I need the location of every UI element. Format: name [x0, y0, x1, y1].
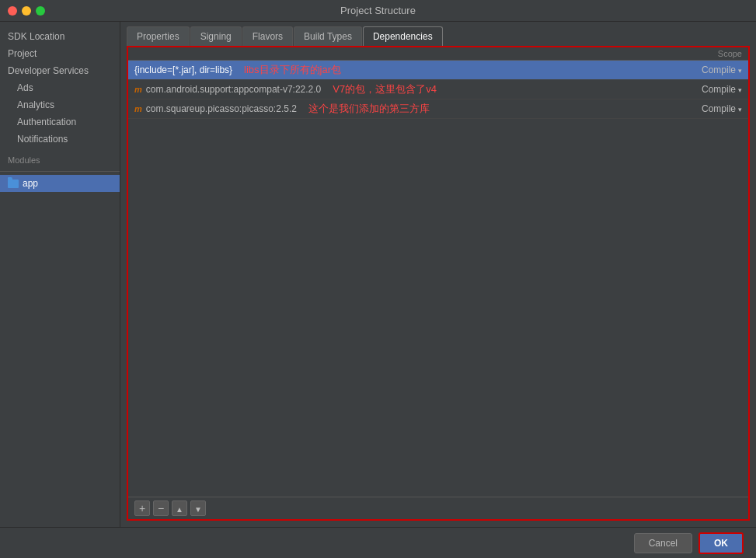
row-dep-2: m com.android.support:appcompat-v7:22.2.… [134, 82, 649, 96]
sidebar: SDK Location Project Developer Services … [0, 22, 120, 527]
sidebar-item-authentication[interactable]: Authentication [0, 113, 120, 131]
dep-name-1: {include=[*.jar], dir=libs} [134, 65, 232, 75]
content-area: Properties Signing Flavors Build Types D… [120, 22, 756, 527]
window-controls [8, 6, 45, 16]
maximize-button[interactable] [36, 6, 45, 16]
sidebar-item-app[interactable]: app [0, 175, 120, 192]
dependencies-panel: Scope {include=[*.jar], dir=libs} libs目录… [127, 46, 750, 521]
dep-scope-1: Compile [702, 65, 736, 75]
up-arrow-icon [176, 503, 183, 514]
titlebar: Project Structure [0, 0, 756, 22]
table-header: Scope [128, 47, 748, 61]
dep-name-3: com.squareup.picasso:picasso:2.5.2 [146, 103, 297, 114]
plus-icon [139, 503, 145, 514]
dep-scope-3: Compile [702, 103, 736, 114]
folder-icon [8, 180, 19, 188]
dep-annotation-2: V7的包，这里包含了v4 [333, 82, 437, 96]
bottom-toolbar [128, 497, 748, 519]
remove-dependency-button[interactable] [153, 500, 169, 516]
move-down-button[interactable] [190, 500, 206, 516]
maven-icon-2: m [134, 85, 142, 94]
add-dependency-button[interactable] [134, 500, 150, 516]
ok-button[interactable]: OK [699, 532, 744, 554]
down-arrow-icon [194, 503, 202, 514]
sidebar-item-analytics[interactable]: Analytics [0, 96, 120, 113]
move-up-button[interactable] [172, 500, 187, 516]
sidebar-item-notifications[interactable]: Notifications [0, 131, 120, 148]
tab-dependencies[interactable]: Dependencies [363, 26, 443, 46]
dep-name-2: com.android.support:appcompat-v7:22.2.0 [146, 84, 321, 95]
dep-annotation-3: 这个是我们添加的第三方库 [308, 102, 430, 116]
sidebar-item-sdk-location[interactable]: SDK Location [0, 28, 120, 45]
row-dep-3: m com.squareup.picasso:picasso:2.5.2 这个是… [134, 102, 649, 116]
main-layout: SDK Location Project Developer Services … [0, 22, 756, 527]
scope-dropdown-icon-1[interactable] [738, 65, 742, 75]
tab-flavors[interactable]: Flavors [242, 26, 293, 46]
sidebar-item-developer-services[interactable]: Developer Services [0, 62, 120, 79]
tab-properties[interactable]: Properties [127, 26, 190, 46]
table-body: {include=[*.jar], dir=libs} libs目录下所有的ja… [128, 61, 748, 497]
scope-dropdown-icon-3[interactable] [738, 103, 742, 114]
table-row[interactable]: m com.android.support:appcompat-v7:22.2.… [128, 80, 748, 99]
row-scope-wrapper-2: Compile [649, 84, 742, 95]
sidebar-divider [0, 171, 120, 172]
scope-dropdown-icon-2[interactable] [738, 84, 742, 95]
tab-signing[interactable]: Signing [190, 26, 242, 46]
minus-icon [158, 503, 164, 514]
footer: Cancel OK [0, 527, 756, 558]
sidebar-item-app-label: app [23, 178, 38, 189]
modules-section-label: Modules [0, 148, 120, 168]
close-button[interactable] [8, 6, 17, 16]
table-row[interactable]: m com.squareup.picasso:picasso:2.5.2 这个是… [128, 99, 748, 119]
row-dep-1: {include=[*.jar], dir=libs} libs目录下所有的ja… [134, 63, 649, 77]
header-scope: Scope [649, 49, 742, 58]
cancel-button[interactable]: Cancel [634, 533, 692, 553]
dep-scope-2: Compile [702, 84, 736, 95]
window-title: Project Structure [340, 5, 416, 16]
minimize-button[interactable] [22, 6, 31, 16]
table-row[interactable]: {include=[*.jar], dir=libs} libs目录下所有的ja… [128, 61, 748, 80]
row-scope-wrapper-3: Compile [649, 103, 742, 114]
sidebar-item-project[interactable]: Project [0, 45, 120, 62]
maven-icon-3: m [134, 104, 142, 113]
tab-build-types[interactable]: Build Types [294, 26, 362, 46]
row-scope-wrapper-1: Compile [649, 65, 742, 75]
dep-annotation-1: libs目录下所有的jar包 [244, 63, 341, 77]
sidebar-item-ads[interactable]: Ads [0, 79, 120, 96]
tabs-bar: Properties Signing Flavors Build Types D… [120, 22, 756, 46]
